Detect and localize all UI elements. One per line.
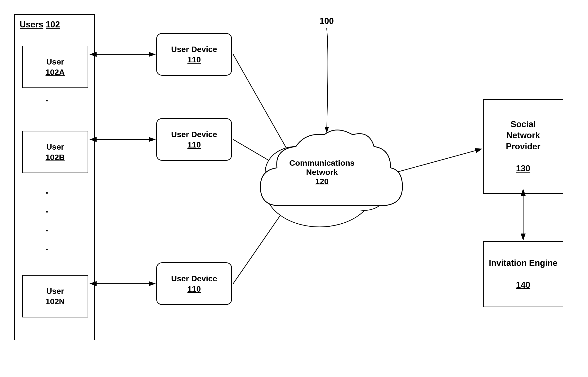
diagram-svg [0,0,588,377]
diagram-container: Users 102 User102A . User102B . . . . Us… [0,0,588,377]
ref-100-arrow [327,28,328,132]
cloud-group [260,130,402,206]
